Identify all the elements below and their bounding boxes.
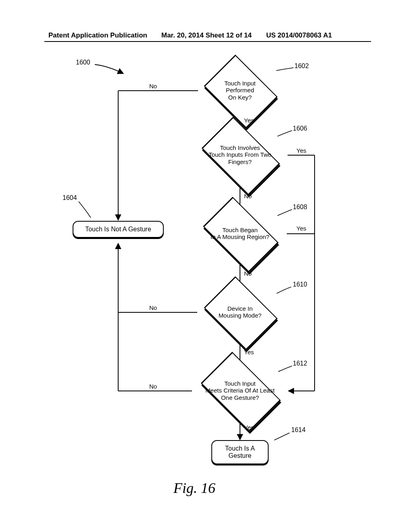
- text: Fingers?: [228, 158, 252, 165]
- ref-1604: 1604: [63, 194, 77, 202]
- edge-1612-yes: Yes: [244, 424, 254, 431]
- ref-1602: 1602: [294, 62, 309, 70]
- edge-1602-yes: Yes: [244, 117, 254, 124]
- text: Touch Is A: [225, 445, 255, 452]
- edge-1602-no: No: [149, 83, 157, 89]
- page: Patent Application Publication Mar. 20, …: [0, 0, 413, 532]
- text: One Gesture?: [221, 394, 259, 401]
- text: Touch Inputs From Two: [209, 151, 271, 158]
- text: Touch Is Not A Gesture: [85, 226, 151, 233]
- text: On Key?: [228, 94, 252, 101]
- decision-meets-gesture-criteria-label: Touch Input Meets Criteria Of At Least O…: [196, 380, 284, 401]
- ref-1600: 1600: [76, 59, 90, 66]
- text: Performed: [226, 87, 254, 94]
- edge-1606-yes: Yes: [296, 147, 306, 154]
- decision-mousing-region-label: Touch Began In A Mousing Region?: [196, 227, 284, 241]
- edge-1610-yes: Yes: [244, 349, 254, 355]
- text: In A Mousing Region?: [211, 233, 269, 240]
- ref-1608: 1608: [293, 204, 307, 211]
- decision-touch-on-key-label: Touch Input Performed On Key?: [196, 80, 284, 101]
- edge-1606-no: No: [244, 193, 252, 200]
- terminal-is-a-gesture: Touch Is A Gesture: [211, 440, 269, 464]
- text: Touch Input: [224, 80, 256, 87]
- text: Touch Began: [222, 227, 258, 233]
- text: Device In: [227, 305, 253, 312]
- text: Touch Involves: [220, 144, 260, 151]
- terminal-not-a-gesture: Touch Is Not A Gesture: [73, 221, 164, 238]
- edge-1608-no: No: [244, 270, 252, 277]
- decision-mousing-mode-label: Device In Mousing Mode?: [196, 305, 284, 319]
- decision-two-fingers-label: Touch Involves Touch Inputs From Two Fin…: [196, 144, 284, 165]
- edge-1610-no: No: [149, 304, 157, 311]
- figure-caption: Fig. 16: [173, 480, 215, 497]
- text: Gesture: [229, 452, 252, 459]
- ref-1610: 1610: [293, 281, 307, 288]
- ref-1614: 1614: [291, 426, 306, 434]
- edge-1608-yes: Yes: [296, 225, 306, 232]
- text: Meets Criteria Of At Least: [205, 387, 275, 394]
- edge-1612-no: No: [149, 383, 157, 390]
- ref-1612: 1612: [293, 360, 307, 367]
- text: Touch Input: [224, 380, 256, 387]
- ref-1606: 1606: [293, 125, 307, 132]
- text: Mousing Mode?: [219, 312, 262, 319]
